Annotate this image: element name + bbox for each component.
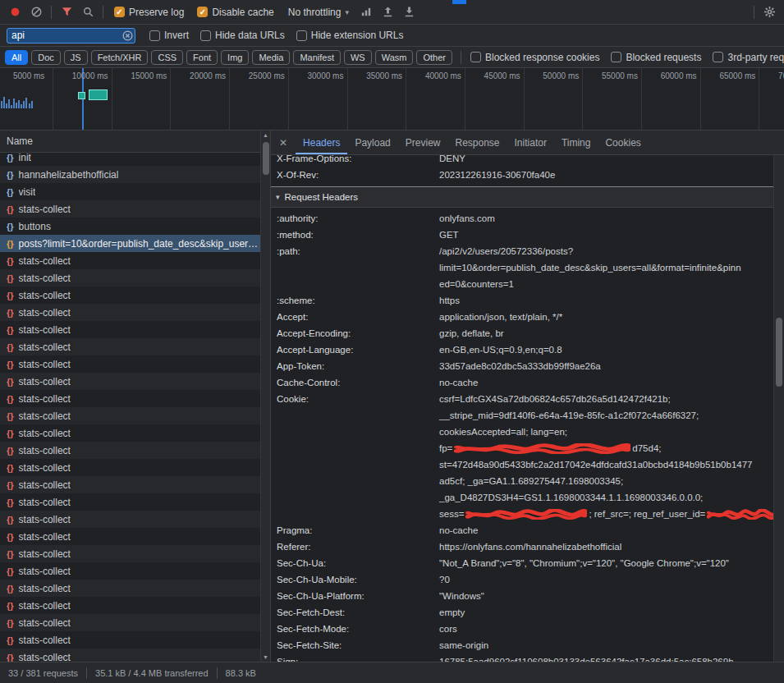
tab-payload[interactable]: Payload: [347, 131, 397, 154]
request-row[interactable]: {}stats-collect: [0, 562, 260, 580]
request-row[interactable]: {}stats-collect: [0, 493, 260, 511]
clear-filter-icon[interactable]: [122, 30, 133, 41]
type-filter-wasm[interactable]: Wasm: [375, 50, 414, 65]
script-icon: {}: [7, 308, 14, 318]
scroll-up-icon[interactable]: ▲: [261, 132, 270, 138]
filter-button[interactable]: [57, 2, 76, 22]
request-row[interactable]: {}visit: [0, 183, 260, 200]
filter-option-invert-label: Invert: [164, 30, 189, 41]
request-row[interactable]: {}stats-collect: [0, 649, 260, 662]
request-row[interactable]: {}stats-collect: [0, 631, 260, 649]
filter-option-invert[interactable]: Invert: [149, 30, 189, 41]
request-row[interactable]: {}stats-collect: [0, 424, 260, 442]
type-filter-font[interactable]: Font: [186, 50, 218, 65]
checkbox-unchecked-icon: [611, 52, 621, 62]
timeline-gridline: [700, 68, 701, 130]
request-name: visit: [19, 186, 36, 198]
type-filter-other[interactable]: Other: [416, 50, 452, 65]
filter-input[interactable]: [7, 28, 135, 44]
details-scrollbar[interactable]: [773, 155, 784, 662]
tab-initiator[interactable]: Initiator: [507, 131, 554, 154]
request-row[interactable]: {}stats-collect: [0, 338, 260, 355]
clear-button[interactable]: [26, 2, 46, 22]
settings-button[interactable]: [759, 2, 779, 22]
throttling-dropdown[interactable]: No throttling ▾: [288, 7, 349, 18]
type-filter-all[interactable]: All: [5, 50, 28, 65]
type-filter-manifest[interactable]: Manifest: [293, 50, 341, 65]
toolbar-divider: [754, 6, 754, 19]
request-row[interactable]: {}stats-collect: [0, 407, 260, 424]
scrollbar-thumb[interactable]: [263, 142, 269, 175]
header-key: Cache-Control:: [277, 374, 439, 391]
tab-timing[interactable]: Timing: [554, 131, 598, 154]
import-har-button[interactable]: [400, 2, 420, 22]
network-conditions-button[interactable]: [357, 2, 377, 22]
type-filter-ws[interactable]: WS: [344, 50, 372, 65]
type-filter-img[interactable]: Img: [221, 50, 249, 65]
request-row[interactable]: {}stats-collect: [0, 390, 260, 407]
timeline-tick: 65000 ms: [719, 71, 755, 80]
filter-option-blocked-requests[interactable]: Blocked requests: [611, 52, 701, 63]
tab-preview[interactable]: Preview: [398, 131, 448, 154]
request-row[interactable]: {}posts?limit=10&order=publish_date_desc…: [0, 235, 260, 252]
script-icon: {}: [7, 394, 14, 404]
timeline-tick: 55000 ms: [602, 71, 638, 80]
request-row[interactable]: {}stats-collect: [0, 545, 260, 562]
filter-option-3rd-party-requests[interactable]: 3rd-party requests: [713, 52, 784, 63]
tab-response[interactable]: Response: [447, 131, 507, 154]
request-row[interactable]: {}stats-collect: [0, 355, 260, 373]
tab-cookies[interactable]: Cookies: [598, 131, 648, 154]
timeline-gridline: [170, 68, 171, 130]
request-row[interactable]: {}stats-collect: [0, 511, 260, 528]
request-row[interactable]: {}stats-collect: [0, 476, 260, 493]
disable-cache-checkbox[interactable]: ✓ Disable cache: [197, 7, 273, 18]
request-row[interactable]: {}stats-collect: [0, 252, 260, 269]
header-row: Sec-Fetch-Dest:empty: [271, 604, 773, 621]
type-filter-media[interactable]: Media: [252, 50, 290, 65]
request-row[interactable]: {}stats-collect: [0, 442, 260, 459]
request-row[interactable]: {}buttons: [0, 218, 260, 235]
request-row[interactable]: {}stats-collect: [0, 459, 260, 476]
request-headers-section[interactable]: ▾ Request Headers: [271, 186, 773, 208]
waterfall-bar: [23, 101, 25, 108]
script-icon: {}: [7, 584, 14, 594]
header-text: ed=0&counters=1: [439, 276, 514, 292]
request-list-scrollbar[interactable]: ▲ ▼: [260, 131, 270, 662]
request-row[interactable]: {}stats-collect: [0, 614, 260, 631]
type-filter-js[interactable]: JS: [64, 50, 88, 65]
request-name: stats-collect: [19, 428, 71, 439]
timeline-gridline: [524, 68, 525, 130]
header-value-line: 202312261916-30670fa40e: [439, 167, 773, 183]
header-key: Sec-Ch-Ua-Mobile:: [277, 571, 439, 588]
request-row[interactable]: {}stats-collect: [0, 304, 260, 321]
request-row[interactable]: {}init: [0, 149, 260, 166]
scroll-down-icon[interactable]: ▼: [261, 654, 270, 660]
type-filter-css[interactable]: CSS: [151, 50, 183, 65]
request-row[interactable]: {}stats-collect: [0, 269, 260, 286]
search-button[interactable]: [78, 2, 98, 22]
disable-cache-label: Disable cache: [212, 7, 273, 18]
filter-option-hide-extension-urls[interactable]: Hide extension URLs: [296, 30, 404, 41]
request-row[interactable]: {}stats-collect: [0, 528, 260, 545]
record-button[interactable]: [5, 2, 25, 22]
request-row[interactable]: {}stats-collect: [0, 200, 260, 218]
request-row[interactable]: {}hannahelizabethofficial: [0, 166, 260, 183]
export-har-button[interactable]: [378, 2, 398, 22]
close-icon[interactable]: ✕: [279, 137, 287, 149]
request-row[interactable]: {}stats-collect: [0, 321, 260, 338]
preserve-log-checkbox[interactable]: ✓ Preserve log: [114, 7, 184, 18]
type-filter-fetch-xhr[interactable]: Fetch/XHR: [91, 50, 149, 65]
scrollbar-thumb[interactable]: [776, 318, 782, 387]
request-row[interactable]: {}stats-collect: [0, 373, 260, 390]
request-row[interactable]: {}stats-collect: [0, 597, 260, 614]
tab-headers[interactable]: Headers: [296, 131, 347, 154]
type-filter-doc[interactable]: Doc: [31, 50, 61, 65]
filter-option-blocked-response-cookies[interactable]: Blocked response cookies: [470, 52, 599, 63]
filter-option-hide-data-urls[interactable]: Hide data URLs: [200, 30, 285, 41]
request-row[interactable]: {}stats-collect: [0, 580, 260, 597]
waterfall-bar: [13, 99, 15, 108]
header-key: :authority:: [277, 210, 439, 227]
upload-icon: [382, 6, 394, 18]
request-row[interactable]: {}stats-collect: [0, 286, 260, 304]
timeline-overview[interactable]: 5000 ms10000 ms15000 ms20000 ms25000 ms3…: [0, 68, 784, 131]
